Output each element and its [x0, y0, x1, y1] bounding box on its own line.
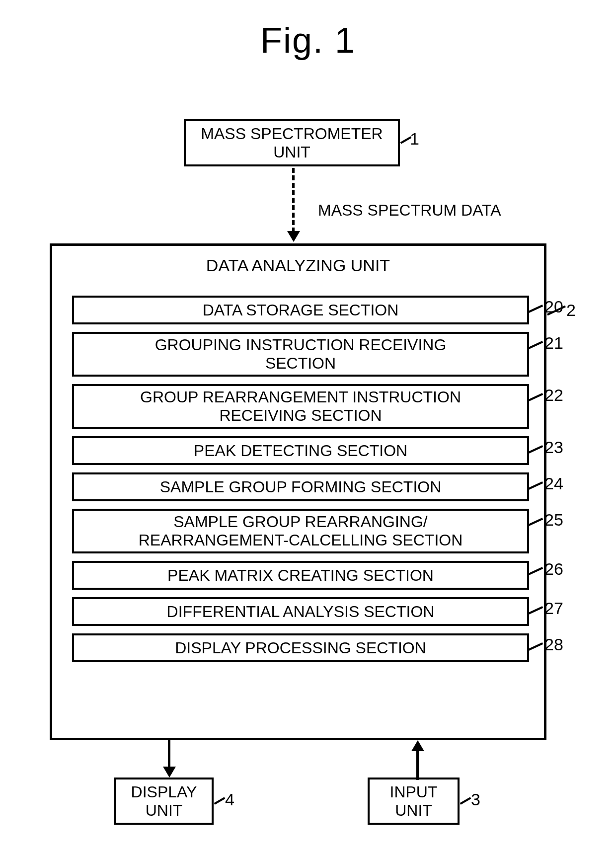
data-analyzing-unit-title: DATA ANALYZING UNIT	[52, 256, 544, 275]
input-unit-label: INPUT UNIT	[390, 783, 438, 820]
section-data-storage: DATA STORAGE SECTION	[72, 296, 529, 324]
ref-label-25: 25	[544, 510, 563, 530]
section-label: SAMPLE GROUP REARRANGING/ REARRANGEMENT-…	[139, 513, 463, 549]
ref-label-3: 3	[471, 790, 480, 809]
mass-spectrum-data-label: MASS SPECTRUM DATA	[318, 201, 501, 220]
dashed-arrow-head-icon	[287, 231, 300, 242]
section-label: PEAK MATRIX CREATING SECTION	[167, 566, 434, 585]
arrow-from-input-line	[416, 750, 419, 780]
section-label: GROUPING INSTRUCTION RECEIVING SECTION	[155, 336, 447, 373]
data-analyzing-unit-box: DATA ANALYZING UNIT DATA STORAGE SECTION…	[50, 243, 546, 740]
section-label: SAMPLE GROUP FORMING SECTION	[160, 478, 442, 496]
figure-title: Fig. 1	[0, 20, 616, 61]
arrow-down-head-icon	[163, 767, 176, 778]
section-label: GROUP REARRANGEMENT INSTRUCTION RECEIVIN…	[140, 388, 461, 425]
mass-spectrometer-unit-label: MASS SPECTROMETER UNIT	[201, 125, 383, 161]
section-peak-detecting: PEAK DETECTING SECTION	[72, 436, 529, 465]
section-differential-analysis: DIFFERENTIAL ANALYSIS SECTION	[72, 597, 529, 626]
ref-label-21: 21	[544, 333, 563, 353]
ref-label-23: 23	[544, 438, 563, 457]
ref-label-1: 1	[410, 129, 419, 149]
section-label: PEAK DETECTING SECTION	[194, 442, 407, 460]
ref-label-26: 26	[544, 559, 563, 579]
section-sample-group-forming: SAMPLE GROUP FORMING SECTION	[72, 472, 529, 501]
arrow-to-display-line	[168, 740, 170, 768]
dashed-arrow-line	[292, 168, 295, 233]
ref-label-22: 22	[544, 386, 563, 405]
section-display-processing: DISPLAY PROCESSING SECTION	[72, 633, 529, 662]
leader-line-3	[460, 797, 471, 804]
section-group-rearrangement: GROUP REARRANGEMENT INSTRUCTION RECEIVIN…	[72, 384, 529, 429]
arrow-up-head-icon	[411, 740, 424, 751]
section-grouping-instruction: GROUPING INSTRUCTION RECEIVING SECTION	[72, 332, 529, 377]
ref-label-27: 27	[544, 599, 563, 618]
mass-spectrometer-unit-box: MASS SPECTROMETER UNIT	[184, 119, 400, 166]
display-unit-box: DISPLAY UNIT	[114, 778, 214, 825]
input-unit-box: INPUT UNIT	[368, 778, 460, 825]
section-label: DATA STORAGE SECTION	[203, 301, 399, 319]
leader-line-4	[214, 797, 226, 804]
section-label: DISPLAY PROCESSING SECTION	[175, 639, 426, 657]
section-sample-group-rearranging: SAMPLE GROUP REARRANGING/ REARRANGEMENT-…	[72, 509, 529, 553]
ref-label-4: 4	[225, 790, 234, 809]
display-unit-label: DISPLAY UNIT	[131, 783, 197, 820]
section-peak-matrix: PEAK MATRIX CREATING SECTION	[72, 561, 529, 590]
ref-label-24: 24	[544, 474, 563, 493]
section-label: DIFFERENTIAL ANALYSIS SECTION	[167, 603, 435, 621]
ref-label-20: 20	[544, 297, 563, 316]
ref-label-28: 28	[544, 635, 563, 654]
ref-label-2: 2	[566, 301, 576, 320]
